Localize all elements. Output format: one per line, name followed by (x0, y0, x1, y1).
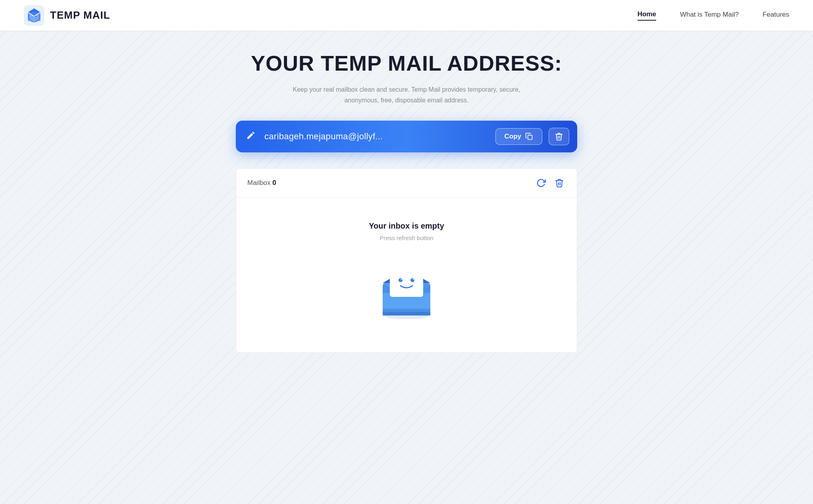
refresh-icon (536, 178, 546, 188)
svg-rect-10 (390, 269, 423, 297)
mailbox-count: 0 (272, 179, 276, 187)
delete-button[interactable] (549, 128, 569, 145)
svg-point-13 (401, 279, 402, 280)
mailbox-delete-button[interactable] (553, 177, 566, 189)
nav-what[interactable]: What is Temp Mail? (680, 11, 739, 20)
logo-icon (24, 5, 44, 26)
main-content: YOUR TEMP MAIL ADDRESS: Keep your real m… (228, 31, 585, 377)
envelope-illustration (375, 257, 438, 321)
svg-rect-8 (383, 312, 430, 315)
trash-icon (555, 132, 563, 141)
inbox-empty-subtitle: Press refresh button (380, 235, 433, 241)
edit-icon (244, 131, 258, 142)
mailbox-body: Your inbox is empty Press refresh button (236, 198, 577, 352)
svg-rect-3 (528, 135, 532, 140)
logo-link[interactable]: TEMP MAIL (24, 5, 638, 26)
hero-subtitle: Keep your real mailbox clean and secure.… (236, 84, 577, 106)
refresh-button[interactable] (535, 177, 547, 189)
mailbox-header: Mailbox 0 (236, 169, 577, 198)
mailbox-actions (535, 177, 566, 189)
email-bar: caribageh.mejapuma@jollyf... Copy (236, 121, 577, 152)
nav-home[interactable]: Home (638, 10, 656, 21)
email-address: caribageh.mejapuma@jollyf... (264, 131, 489, 142)
mailbox-trash-icon (555, 178, 564, 188)
mailbox-title: Mailbox 0 (247, 179, 276, 187)
navbar: TEMP MAIL Home What is Temp Mail? Featur… (0, 0, 813, 31)
nav-links: Home What is Temp Mail? Features (638, 10, 789, 21)
svg-point-11 (399, 278, 403, 282)
logo-text: TEMP MAIL (50, 9, 110, 21)
svg-point-12 (410, 278, 414, 282)
page-title: YOUR TEMP MAIL ADDRESS: (236, 51, 577, 75)
envelope-svg (375, 257, 438, 321)
inbox-empty-title: Your inbox is empty (369, 221, 444, 231)
copy-button[interactable]: Copy (495, 128, 543, 145)
nav-features[interactable]: Features (763, 11, 789, 20)
svg-point-14 (413, 279, 414, 280)
mailbox-container: Mailbox 0 (236, 168, 577, 353)
copy-icon (525, 133, 533, 140)
